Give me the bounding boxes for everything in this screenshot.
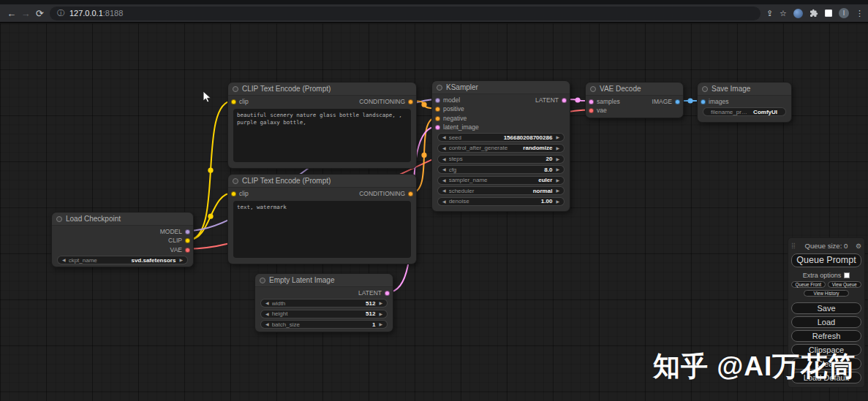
toolbar-actions: ⇪ ☆ l ⋮ bbox=[766, 8, 868, 18]
decrement-arrow-icon[interactable]: ◀ bbox=[265, 320, 269, 329]
decrement-arrow-icon[interactable]: ◀ bbox=[442, 165, 446, 174]
profile-avatar[interactable]: l bbox=[839, 8, 849, 18]
widget-denoise[interactable]: ◀denoise1.00▶ bbox=[437, 197, 565, 206]
widget-ckpt_name[interactable]: ◀ckpt_namesvd.safetensors▶ bbox=[57, 256, 188, 264]
input-label: images bbox=[709, 98, 728, 105]
extensions-puzzle-icon[interactable] bbox=[809, 9, 818, 18]
increment-arrow-icon[interactable]: ▶ bbox=[379, 320, 382, 329]
node-title[interactable]: Save Image bbox=[698, 83, 791, 96]
node-title[interactable]: Empty Latent Image bbox=[255, 274, 393, 287]
prompt-textarea[interactable]: text, watermark bbox=[233, 201, 411, 258]
save-button[interactable]: Save bbox=[791, 302, 861, 314]
output-dot-VAE[interactable] bbox=[185, 248, 190, 253]
increment-arrow-icon[interactable]: ▶ bbox=[379, 310, 382, 318]
input-dot-negative[interactable] bbox=[435, 116, 440, 121]
widget-control_after_generate[interactable]: ◀control_after_generaterandomize▶ bbox=[437, 144, 565, 153]
output-dot-LATENT[interactable] bbox=[562, 98, 567, 103]
increment-arrow-icon[interactable]: ▶ bbox=[556, 197, 559, 206]
decrement-arrow-icon[interactable]: ◀ bbox=[442, 197, 446, 206]
widget-width[interactable]: ◀width512▶ bbox=[260, 299, 388, 308]
decrement-arrow-icon[interactable]: ◀ bbox=[442, 176, 446, 185]
kebab-menu-icon[interactable]: ⋮ bbox=[856, 9, 864, 18]
drag-handle-icon[interactable]: ⣿ bbox=[791, 242, 796, 249]
collapse-dot-icon[interactable] bbox=[233, 178, 238, 184]
node-clip-text-encode-negative[interactable]: CLIP Text Encode (Prompt)clipCONDITIONIN… bbox=[227, 174, 417, 264]
widget-seed[interactable]: ◀seed156680208700286▶ bbox=[437, 133, 565, 142]
increment-arrow-icon[interactable]: ▶ bbox=[556, 144, 559, 153]
collapse-dot-icon[interactable] bbox=[437, 85, 442, 91]
node-title[interactable]: KSampler bbox=[432, 81, 570, 94]
widget-sampler_name[interactable]: ◀sampler_nameeuler▶ bbox=[437, 176, 565, 185]
increment-arrow-icon[interactable]: ▶ bbox=[379, 299, 382, 308]
input-dot-images[interactable] bbox=[701, 99, 706, 104]
widget-value: 20 bbox=[546, 156, 552, 162]
node-save-image[interactable]: Save Imageimagesfilename_prefixComfyUI bbox=[697, 82, 792, 123]
increment-arrow-icon[interactable]: ▶ bbox=[556, 155, 559, 164]
view-history-button[interactable]: View History bbox=[804, 290, 849, 297]
screen: ← → ⟳ ⓘ 127.0.0.1 :8188 ⇪ ☆ l ⋮ Load Che… bbox=[0, 0, 868, 401]
increment-arrow-icon[interactable]: ▶ bbox=[556, 133, 559, 142]
queue-front-button[interactable]: Queue Front bbox=[791, 281, 826, 288]
increment-arrow-icon[interactable]: ▶ bbox=[556, 186, 559, 195]
reload-icon[interactable]: ⟳ bbox=[33, 8, 47, 19]
node-graph-canvas[interactable]: Load CheckpointMODELCLIPVAE◀ckpt_namesvd… bbox=[0, 23, 868, 401]
prompt-textarea[interactable]: beautiful scenery nature glass bottle la… bbox=[233, 109, 411, 162]
forward-icon[interactable]: → bbox=[18, 8, 32, 19]
node-load-checkpoint[interactable]: Load CheckpointMODELCLIPVAE◀ckpt_namesvd… bbox=[51, 212, 194, 267]
widget-steps[interactable]: ◀steps20▶ bbox=[437, 155, 565, 164]
node-vae-decode[interactable]: VAE DecodesamplesvaeIMAGE bbox=[585, 82, 684, 118]
refresh-button[interactable]: Refresh bbox=[791, 330, 861, 342]
node-clip-text-encode-positive[interactable]: CLIP Text Encode (Prompt)clipCONDITIONIN… bbox=[227, 82, 417, 169]
output-label: CONDITIONING bbox=[359, 98, 405, 105]
widget-cfg[interactable]: ◀cfg8.0▶ bbox=[437, 165, 565, 174]
node-empty-latent-image[interactable]: Empty Latent ImageLATENT◀width512▶◀heigh… bbox=[254, 273, 393, 332]
widget-height[interactable]: ◀height512▶ bbox=[260, 310, 388, 318]
decrement-arrow-icon[interactable]: ◀ bbox=[442, 144, 446, 153]
input-dot-vae[interactable] bbox=[589, 108, 594, 113]
output-dot-MODEL[interactable] bbox=[185, 229, 190, 234]
collapse-dot-icon[interactable] bbox=[56, 216, 62, 222]
decrement-arrow-icon[interactable]: ◀ bbox=[265, 310, 269, 318]
increment-arrow-icon[interactable]: ▶ bbox=[556, 165, 559, 174]
queue-prompt-button[interactable]: Queue Prompt bbox=[791, 253, 861, 267]
collapse-dot-icon[interactable] bbox=[260, 278, 265, 283]
load-button[interactable]: Load bbox=[791, 316, 861, 328]
decrement-arrow-icon[interactable]: ◀ bbox=[265, 299, 269, 308]
extension-badge-icon[interactable] bbox=[793, 9, 803, 18]
back-icon[interactable]: ← bbox=[4, 8, 18, 19]
node-title[interactable]: CLIP Text Encode (Prompt) bbox=[228, 83, 416, 96]
increment-arrow-icon[interactable]: ▶ bbox=[179, 256, 183, 264]
node-ksampler[interactable]: KSamplermodelpositivenegativelatent_imag… bbox=[431, 80, 570, 212]
collapse-dot-icon[interactable] bbox=[702, 86, 708, 92]
widget-scheduler[interactable]: ◀schedulernormal▶ bbox=[437, 186, 565, 195]
share-icon[interactable]: ⇪ bbox=[766, 9, 773, 18]
output-dot-CONDITIONING[interactable] bbox=[408, 99, 413, 104]
output-dot-IMAGE[interactable] bbox=[675, 99, 680, 104]
node-title[interactable]: CLIP Text Encode (Prompt) bbox=[228, 175, 416, 188]
address-bar[interactable]: ⓘ 127.0.0.1 :8188 bbox=[50, 7, 761, 20]
collapse-dot-icon[interactable] bbox=[233, 86, 238, 92]
output-dot-LATENT[interactable] bbox=[385, 291, 390, 296]
decrement-arrow-icon[interactable]: ◀ bbox=[442, 155, 446, 164]
widgets-container: ◀seed156680208700286▶◀control_after_gene… bbox=[437, 133, 565, 207]
output-dot-CONDITIONING[interactable] bbox=[408, 191, 413, 196]
view-queue-button[interactable]: View Queue bbox=[828, 281, 862, 288]
widget-filename_prefix[interactable]: filename_prefixComfyUI bbox=[703, 107, 786, 116]
extra-options-checkbox[interactable] bbox=[844, 272, 850, 278]
widget-batch_size[interactable]: ◀batch_size1▶ bbox=[260, 320, 388, 329]
increment-arrow-icon[interactable]: ▶ bbox=[556, 176, 559, 185]
input-dot-positive[interactable] bbox=[435, 107, 440, 112]
collapse-dot-icon[interactable] bbox=[590, 86, 596, 92]
bookmark-star-icon[interactable]: ☆ bbox=[780, 9, 787, 18]
node-title[interactable]: Load Checkpoint bbox=[52, 213, 193, 226]
output-dot-CLIP[interactable] bbox=[185, 238, 190, 243]
site-info-icon[interactable]: ⓘ bbox=[57, 8, 64, 18]
input-slot-positive: positive bbox=[432, 104, 570, 113]
sidepanel-icon[interactable] bbox=[825, 9, 832, 17]
input-dot-latent_image[interactable] bbox=[435, 125, 440, 130]
decrement-arrow-icon[interactable]: ◀ bbox=[442, 186, 446, 195]
settings-gear-icon[interactable]: ⚙ bbox=[856, 242, 861, 250]
decrement-arrow-icon[interactable]: ◀ bbox=[62, 256, 66, 264]
decrement-arrow-icon[interactable]: ◀ bbox=[442, 133, 446, 142]
node-title[interactable]: VAE Decode bbox=[586, 83, 683, 96]
